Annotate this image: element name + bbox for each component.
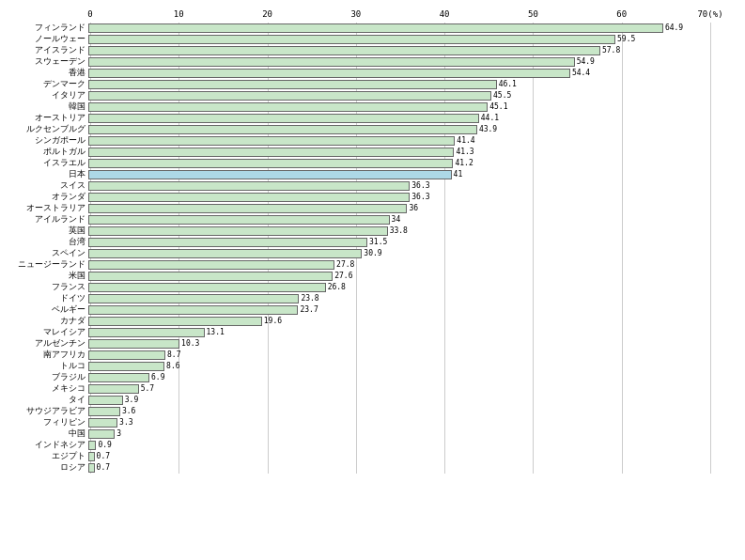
bar-area: 10.3 — [88, 339, 708, 349]
bar-value: 41.3 — [456, 148, 473, 156]
bar-row: エジプト0.7 — [6, 451, 739, 461]
bar-value: 30.9 — [364, 249, 381, 257]
x-tick-50: 50 — [528, 9, 538, 19]
bar-row: マレイシア13.1 — [6, 327, 739, 337]
bar-value: 36.3 — [411, 181, 429, 190]
bar-row: デンマーク46.1 — [6, 79, 739, 89]
bar — [88, 339, 179, 349]
bar-row: アイスランド57.8 — [6, 45, 739, 55]
bar-value: 3.6 — [122, 407, 135, 415]
bar-label: ロシア — [6, 461, 88, 474]
bar-value: 36.3 — [411, 193, 429, 201]
bar-area: 45.5 — [88, 91, 708, 101]
bar-area: 6.9 — [88, 373, 708, 382]
bar-area: 23.7 — [88, 305, 708, 315]
x-tick-10: 10 — [174, 9, 184, 19]
bar — [88, 69, 570, 78]
bar — [88, 148, 454, 157]
bar-area: 41.3 — [88, 148, 708, 157]
bar — [88, 35, 615, 44]
bar — [88, 91, 491, 101]
bar-row: ロシア0.7 — [6, 462, 739, 473]
bar-row: 台湾31.5 — [6, 237, 739, 247]
bar — [88, 80, 497, 89]
bar-area: 19.6 — [88, 317, 708, 326]
bar-row: ベルギー23.7 — [6, 304, 739, 315]
bar-area: 27.8 — [88, 260, 708, 270]
bar-value: 0.9 — [98, 441, 111, 449]
bar — [88, 46, 600, 55]
bar — [88, 159, 453, 168]
bar-row: フィリピン3.3 — [6, 417, 739, 428]
bar — [88, 328, 205, 337]
bar — [88, 125, 477, 134]
bar — [88, 215, 390, 225]
bar — [88, 396, 123, 405]
bar-value: 33.8 — [390, 226, 408, 235]
bar — [88, 260, 334, 270]
bar-area: 41 — [88, 170, 708, 179]
bar-value: 54.4 — [572, 69, 590, 77]
bar-row: フランス26.8 — [6, 282, 739, 292]
bar-value: 43.9 — [479, 125, 497, 133]
bar-area: 36.3 — [88, 193, 708, 202]
bar-area: 3 — [88, 429, 708, 439]
bar — [88, 463, 95, 473]
bar-value: 27.8 — [336, 260, 354, 269]
bar-row: オーストリア44.1 — [6, 113, 739, 123]
bar-row: サウジアラビア3.6 — [6, 406, 739, 416]
bar — [88, 272, 333, 281]
bar-area: 8.7 — [88, 350, 708, 360]
bar — [88, 283, 326, 292]
bar-row: ドイツ23.8 — [6, 293, 739, 303]
bar-area: 3.6 — [88, 407, 708, 416]
bar-value: 36 — [409, 204, 418, 212]
bar-area: 36 — [88, 204, 708, 213]
x-tick-70: 70(%) — [697, 9, 722, 19]
bar-area: 44.1 — [88, 114, 708, 123]
bar-value: 59.5 — [617, 35, 635, 43]
bar — [88, 362, 164, 371]
bar-value: 5.7 — [141, 384, 154, 393]
bar-area: 43.9 — [88, 125, 708, 134]
bar-value: 10.3 — [181, 339, 199, 348]
chart-container: 0 10 20 30 40 50 60 70(%) — [6, 9, 739, 474]
bar-value: 19.6 — [264, 317, 282, 325]
bar-area: 30.9 — [88, 249, 708, 258]
bar-row: インドネシア0.9 — [6, 440, 739, 450]
bar-value: 57.8 — [602, 46, 620, 54]
bar-row: スペイン30.9 — [6, 248, 739, 258]
bar-value: 8.7 — [167, 350, 180, 359]
bar-row: 米国27.6 — [6, 271, 739, 281]
bar-row: オーストラリア36 — [6, 203, 739, 213]
bar-area: 23.8 — [88, 294, 708, 303]
bars-container: フィンランド64.9ノールウェー59.5アイスランド57.8スウェーデン54.9… — [6, 23, 739, 473]
bar-row: 中国3 — [6, 428, 739, 439]
bar — [88, 23, 663, 33]
bar-value: 3.9 — [125, 396, 138, 404]
bar-row: アイルランド34 — [6, 214, 739, 225]
bar-area: 54.4 — [88, 69, 708, 78]
bar-row: 韓国45.1 — [6, 101, 739, 112]
bar-area: 45.1 — [88, 102, 708, 112]
bar-row: シンガポール41.4 — [6, 135, 739, 146]
bar-area: 0.7 — [88, 452, 708, 461]
bar — [88, 181, 410, 191]
bar-area: 64.9 — [88, 23, 708, 33]
bar — [88, 317, 262, 326]
bar-area: 33.8 — [88, 226, 708, 236]
bar-area: 27.6 — [88, 272, 708, 281]
bar-value: 46.1 — [499, 80, 517, 88]
bar — [88, 193, 410, 202]
bar-value: 0.7 — [97, 452, 110, 460]
bar-area: 41.4 — [88, 136, 708, 146]
bar — [88, 429, 115, 439]
bar-row: ニュージーランド27.8 — [6, 259, 739, 270]
bar-row: メキシコ5.7 — [6, 383, 739, 394]
bar-row: ノールウェー59.5 — [6, 34, 739, 44]
bar-row: 日本41 — [6, 169, 739, 179]
bar-row: イスラエル41.2 — [6, 158, 739, 168]
bar-area: 5.7 — [88, 384, 708, 394]
bar — [88, 114, 479, 123]
bar-area: 13.1 — [88, 328, 708, 337]
